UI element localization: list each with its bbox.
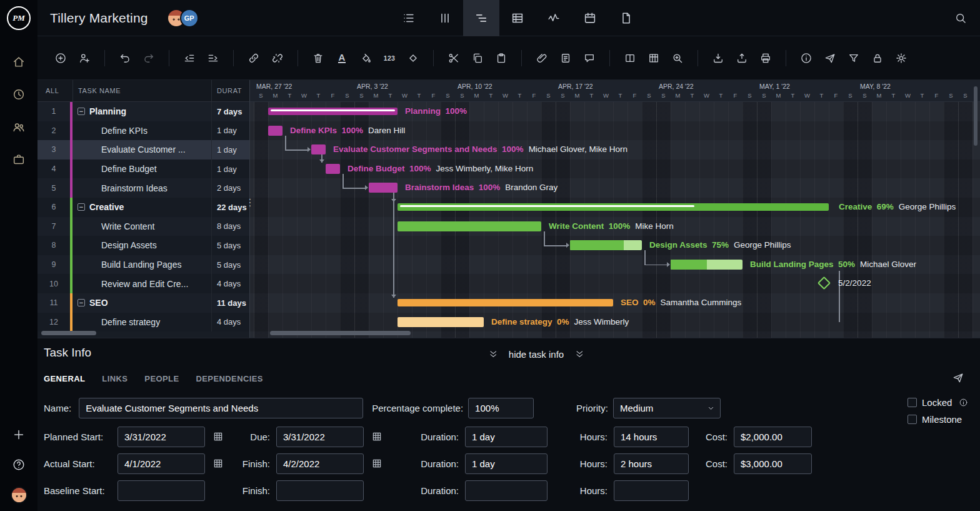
home-icon[interactable] — [11, 54, 27, 70]
hide-task-info-toggle[interactable]: hide task info — [484, 345, 589, 363]
export-icon[interactable] — [732, 49, 751, 68]
split-view-icon[interactable] — [621, 49, 639, 68]
duration-input[interactable] — [465, 453, 548, 474]
add-task-icon[interactable] — [51, 49, 70, 68]
gantt-bar-5[interactable] — [369, 183, 398, 193]
calendar-view-icon[interactable] — [572, 0, 608, 36]
task-row-3[interactable]: 3Evaluate Customer ...1 day — [38, 140, 249, 159]
calendar-icon[interactable] — [211, 457, 225, 470]
font-color-icon[interactable]: A — [332, 49, 351, 68]
table-columns-icon[interactable] — [644, 49, 663, 68]
comment-icon[interactable] — [580, 49, 599, 68]
collapse-toggle-icon[interactable]: − — [78, 108, 85, 115]
gantt-bar-8[interactable] — [570, 240, 642, 250]
print-icon[interactable] — [756, 49, 775, 68]
task-row-9[interactable]: 9Build Landing Pages5 days — [38, 255, 249, 275]
calendar-icon[interactable] — [211, 430, 225, 443]
hours-input[interactable] — [614, 453, 689, 474]
task-row-7[interactable]: 7Write Content8 days — [38, 217, 249, 236]
finish-input[interactable] — [276, 480, 364, 501]
add-milestone-icon[interactable] — [404, 49, 422, 68]
panel-resize-handle[interactable]: ⋮ — [245, 196, 255, 208]
gantt-bar-12[interactable] — [398, 317, 484, 327]
indent-icon[interactable] — [204, 49, 222, 68]
duration-input[interactable] — [465, 480, 548, 501]
app-logo[interactable]: PM — [0, 0, 38, 36]
import-icon[interactable] — [709, 49, 728, 68]
cost-input[interactable] — [734, 453, 812, 474]
gantt-summary-bar-6[interactable] — [398, 203, 829, 211]
baseline-start-input[interactable] — [118, 480, 205, 501]
calendar-icon[interactable] — [370, 430, 384, 443]
settings-icon[interactable] — [892, 49, 911, 68]
link-tasks-icon[interactable] — [244, 49, 263, 68]
help-icon[interactable] — [11, 457, 27, 473]
portfolio-icon[interactable] — [11, 151, 27, 168]
notes-icon[interactable] — [556, 49, 575, 68]
recent-icon[interactable] — [11, 86, 27, 103]
filter-all[interactable]: ALL — [38, 87, 70, 94]
profile-avatar[interactable] — [11, 487, 28, 503]
tab-people[interactable]: PEOPLE — [144, 374, 179, 383]
assign-user-icon[interactable] — [75, 49, 94, 68]
gantt-vscrollbar-thumb[interactable] — [974, 86, 978, 146]
zoom-in-icon[interactable] — [668, 49, 687, 68]
board-view-icon[interactable] — [427, 0, 463, 36]
tab-general[interactable]: GENERAL — [44, 374, 85, 383]
team-icon[interactable] — [11, 119, 27, 135]
task-row-6[interactable]: 6−Creative22 days — [38, 198, 249, 217]
task-row-10[interactable]: 10Review and Edit Cre...4 days — [38, 274, 249, 293]
task-row-11[interactable]: 11−SEO11 days — [38, 293, 249, 313]
collapse-toggle-icon[interactable]: − — [78, 299, 85, 306]
priority-select[interactable]: Medium — [613, 398, 721, 418]
table-hscrollbar-thumb[interactable] — [41, 331, 96, 335]
column-duration[interactable]: DURAT — [211, 80, 250, 101]
copy-icon[interactable] — [468, 49, 487, 68]
share-icon[interactable] — [821, 49, 839, 68]
planned-start-input[interactable] — [118, 427, 205, 447]
gantt-summary-bar-11[interactable] — [398, 299, 613, 306]
lock-icon[interactable] — [868, 49, 887, 68]
task-row-1[interactable]: 1−Planning7 days — [38, 102, 249, 121]
fill-color-icon[interactable] — [356, 49, 375, 68]
locked-info-icon[interactable] — [957, 396, 969, 408]
avatar-user2[interactable]: GP — [180, 9, 199, 28]
task-row-8[interactable]: 8Design Assets5 days — [38, 236, 249, 255]
attachment-icon[interactable] — [532, 49, 551, 68]
docs-view-icon[interactable] — [608, 0, 644, 36]
gantt-bar-4[interactable] — [326, 164, 340, 174]
gantt-bar-3[interactable] — [311, 144, 326, 154]
list-view-icon[interactable] — [391, 0, 427, 36]
gantt-summary-bar-1[interactable] — [268, 108, 398, 115]
task-row-12[interactable]: 12Define strategy4 days — [38, 313, 249, 332]
numbering-icon[interactable]: 123 — [380, 49, 399, 68]
task-name-input[interactable] — [79, 398, 363, 418]
hours-input[interactable] — [614, 427, 689, 447]
task-row-4[interactable]: 4Define Budget1 day — [38, 159, 249, 179]
redo-icon[interactable] — [139, 49, 158, 68]
gantt-hscrollbar-thumb[interactable] — [270, 331, 411, 335]
task-row-5[interactable]: 5Brainstorm Ideas2 days — [38, 178, 249, 198]
undo-icon[interactable] — [116, 49, 134, 68]
unlink-tasks-icon[interactable] — [268, 49, 287, 68]
gantt-bar-9[interactable] — [671, 260, 742, 270]
sheet-view-icon[interactable] — [499, 0, 536, 36]
gantt-view-icon[interactable] — [463, 0, 499, 36]
locked-checkbox[interactable] — [908, 398, 917, 407]
actual-start-input[interactable] — [118, 453, 205, 474]
send-icon[interactable] — [949, 368, 968, 387]
outdent-icon[interactable] — [180, 49, 199, 68]
calendar-icon[interactable] — [370, 457, 384, 470]
percent-complete-input[interactable] — [468, 398, 534, 418]
info-icon[interactable] — [797, 49, 816, 68]
filter-icon[interactable] — [844, 49, 863, 68]
add-icon[interactable] — [11, 427, 27, 443]
delete-icon[interactable] — [309, 49, 328, 68]
workload-view-icon[interactable] — [536, 0, 572, 36]
gantt-bar-7[interactable] — [398, 221, 541, 231]
duration-input[interactable] — [465, 427, 548, 447]
search-icon[interactable] — [951, 9, 970, 28]
paste-icon[interactable] — [492, 49, 511, 68]
gantt-bar-2[interactable] — [268, 126, 282, 136]
due-input[interactable] — [276, 427, 364, 447]
